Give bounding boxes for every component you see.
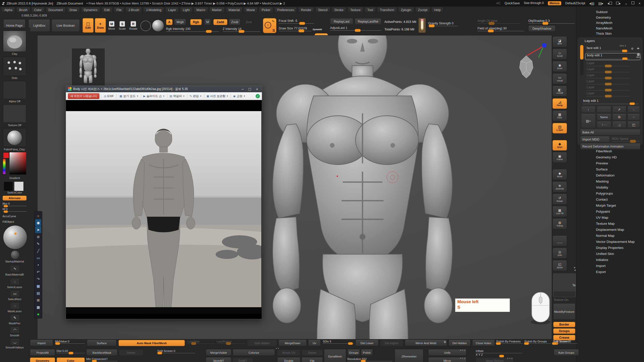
bottom-polish-button[interactable]: Polish bbox=[361, 349, 373, 356]
right-shelf-floor[interactable]: ▦Floor bbox=[552, 111, 567, 121]
panel-section-thick-skin[interactable]: Thick Skin bbox=[596, 32, 612, 35]
right-shelf-scroll[interactable]: ◇Scroll bbox=[552, 49, 567, 60]
bottom-polish-by-features-slider[interactable]: Polish By Features bbox=[496, 340, 523, 344]
lasso-icon[interactable]: ◌ bbox=[10, 278, 20, 285]
selected-color-swatch[interactable] bbox=[3, 152, 9, 158]
layer-branch-button[interactable]: ↳ bbox=[627, 106, 640, 113]
stroke-thumbnail[interactable] bbox=[3, 57, 26, 76]
blur-slider[interactable]: Blur 0 bbox=[3, 202, 27, 206]
layout-next-icon[interactable]: ▸ bbox=[616, 2, 621, 5]
field-of-view-slider[interactable]: Field of view(deg) 30 bbox=[477, 27, 524, 31]
slider-handle[interactable] bbox=[499, 355, 504, 357]
bottom-unify-button[interactable]: UnifyX Y Z bbox=[428, 349, 466, 356]
bottom-dynamesh-button[interactable]: DynaMesh bbox=[324, 349, 346, 362]
bottom-inflate-slider[interactable]: InflateX Y Z bbox=[476, 349, 522, 356]
menu-item-stencil[interactable]: Stencil bbox=[315, 8, 330, 13]
panel-section-polygroups[interactable]: Polygroups bbox=[596, 192, 613, 195]
right-shelf-persp[interactable]: ◿Persp bbox=[552, 98, 567, 109]
minimize-button[interactable]: ⌄ bbox=[625, 2, 628, 5]
zadd-button[interactable]: Zadd bbox=[213, 19, 227, 25]
bottom-mirror-and-weld-button[interactable]: Mirror And Weld bbox=[405, 340, 447, 346]
menu-item-picker[interactable]: Picker bbox=[259, 8, 273, 13]
menu-item-preferences[interactable]: Preferences bbox=[274, 8, 297, 13]
bottom-close-holes-button[interactable]: Close Holes bbox=[472, 340, 495, 346]
panel-section-geometry[interactable]: Geometry bbox=[596, 16, 611, 19]
layer-slider-handle[interactable] bbox=[605, 95, 612, 98]
bottom-del-hidden-button[interactable]: Del Hidden bbox=[449, 340, 471, 346]
panel-section-subtool[interactable]: Subtool bbox=[596, 10, 608, 14]
layer-rename-slider[interactable]: body edit 1 bbox=[582, 99, 640, 105]
ruler-icon[interactable]: ╱ bbox=[35, 247, 41, 254]
bottom-geometry-button[interactable]: Geometry bbox=[30, 357, 55, 362]
bottom-delete-button[interactable]: Delete bbox=[302, 349, 323, 356]
bottom-dist-0-02-slider[interactable]: Dist 0.02 bbox=[57, 349, 85, 353]
bottom-del-higher-button[interactable]: Del Higher bbox=[380, 340, 403, 346]
dynamic-mode-label[interactable]: Dynamic bbox=[313, 28, 322, 31]
camera-nav-head-icon[interactable] bbox=[515, 54, 537, 80]
rgb-intensity-slider[interactable]: Rgb Intensity 100 bbox=[166, 27, 219, 32]
color-picker[interactable] bbox=[3, 152, 27, 176]
option-dot-icon[interactable] bbox=[444, 341, 446, 343]
slider-handle[interactable] bbox=[348, 342, 353, 345]
accucurve-button[interactable]: AccuCurve bbox=[3, 214, 27, 219]
split-layer-icon[interactable]: ◪ bbox=[612, 121, 626, 128]
layer-name-button[interactable]: Name bbox=[597, 114, 611, 120]
menu-item-zscript[interactable]: Zscript bbox=[415, 8, 430, 13]
layer-up-button[interactable]: ↑ bbox=[581, 106, 596, 113]
bottom-lazystep-slider[interactable]: LazyStep bbox=[187, 340, 215, 344]
menu-item-macro[interactable]: Macro bbox=[194, 8, 208, 13]
draw-size-slider[interactable]: Draw Size 77.02378 bbox=[279, 27, 311, 31]
angle-of-view-slider[interactable]: Angle Of View bbox=[477, 19, 520, 24]
bottom-split-screen-0-slider[interactable]: Split Screen 0 bbox=[553, 340, 577, 344]
slider-handle[interactable] bbox=[55, 342, 60, 345]
menu-item-edit[interactable]: Edit bbox=[102, 8, 113, 13]
cursor-icon[interactable]: ➤ bbox=[35, 226, 41, 233]
viewer-menu-2[interactable]: ▶슬라이드 쇼▼ bbox=[142, 94, 166, 99]
panel-section-morph-target[interactable]: Morph Target bbox=[596, 204, 616, 207]
pencil-gravity-icon[interactable] bbox=[419, 18, 426, 33]
panel-section-preview[interactable]: Preview bbox=[596, 161, 608, 165]
texture-map-thumbnail[interactable]: Te bbox=[553, 274, 576, 297]
bottom-surface-button[interactable]: Surface bbox=[87, 340, 116, 346]
move-button[interactable]: MMove bbox=[107, 19, 117, 33]
sv-square[interactable] bbox=[10, 152, 26, 174]
right-shelf-move[interactable]: ◆Move bbox=[552, 169, 567, 180]
slider-handle[interactable] bbox=[191, 342, 196, 345]
quicksave-button[interactable]: QuickSave bbox=[505, 2, 520, 5]
layer-row-empty[interactable]: Layer bbox=[585, 91, 640, 97]
right-shelf-frame[interactable]: ▣Frame bbox=[552, 152, 567, 163]
record-indicator[interactable]: REC bbox=[636, 53, 640, 58]
palette-icon[interactable]: ▩ bbox=[35, 304, 41, 310]
slider-handle[interactable] bbox=[552, 342, 557, 345]
new-layer-button[interactable]: ▤+ bbox=[581, 114, 596, 128]
panel-section-uv-map[interactable]: UV Map bbox=[596, 216, 608, 219]
menu-item-help[interactable]: Help bbox=[431, 8, 444, 13]
panel-section-contact[interactable]: Contact bbox=[596, 198, 608, 201]
exif-button[interactable]: ◎ EXIF bbox=[103, 94, 115, 99]
m-button[interactable]: M bbox=[204, 19, 211, 25]
bottom-backfacemask-button[interactable]: BackfaceMask bbox=[86, 349, 117, 356]
right-shelf-zoom[interactable]: ◉Zoom bbox=[552, 61, 567, 72]
menu-item-render[interactable]: Render bbox=[298, 8, 314, 13]
curve-thumb-icon[interactable]: ∿ bbox=[10, 265, 20, 272]
close-button[interactable]: × bbox=[638, 2, 640, 5]
panel-section-arraymesh[interactable]: ArrayMesh bbox=[596, 21, 612, 25]
current-material-icon[interactable] bbox=[152, 20, 164, 32]
menu-item-brush[interactable]: Brush bbox=[16, 8, 30, 13]
shelf-scroll-icon[interactable]: ▲▼ bbox=[275, 347, 279, 349]
obj-shadow-slider[interactable]: ObjShadow 0.3 bbox=[528, 19, 575, 24]
panel-section-masking[interactable]: Masking bbox=[596, 179, 609, 183]
panel-section-texture-map[interactable]: Texture Map bbox=[596, 222, 615, 225]
new-version-button[interactable]: 새 버전이 나왔습니다 bbox=[68, 93, 99, 99]
mask-by-feature-button[interactable]: MaskByFeature bbox=[553, 304, 575, 320]
right-shelf-solo[interactable]: ◎Solo bbox=[552, 248, 567, 259]
slider-handle[interactable] bbox=[361, 360, 366, 362]
panel-section-normal-map[interactable]: Normal Map bbox=[596, 234, 615, 238]
menu-item-material[interactable]: Material bbox=[226, 8, 243, 13]
menu-item-alpha[interactable]: Alpha bbox=[2, 8, 15, 13]
layer-mode-dot[interactable] bbox=[631, 48, 633, 50]
bottom-split-screen-0-slider[interactable]: Split Screen 0 bbox=[157, 349, 195, 353]
panel-section-geometry-hd[interactable]: Geometry HD bbox=[596, 155, 617, 159]
right-shelf-l-sym[interactable]: ◫L.Sym bbox=[552, 123, 567, 133]
menu-item-transform[interactable]: Transform bbox=[377, 8, 397, 13]
